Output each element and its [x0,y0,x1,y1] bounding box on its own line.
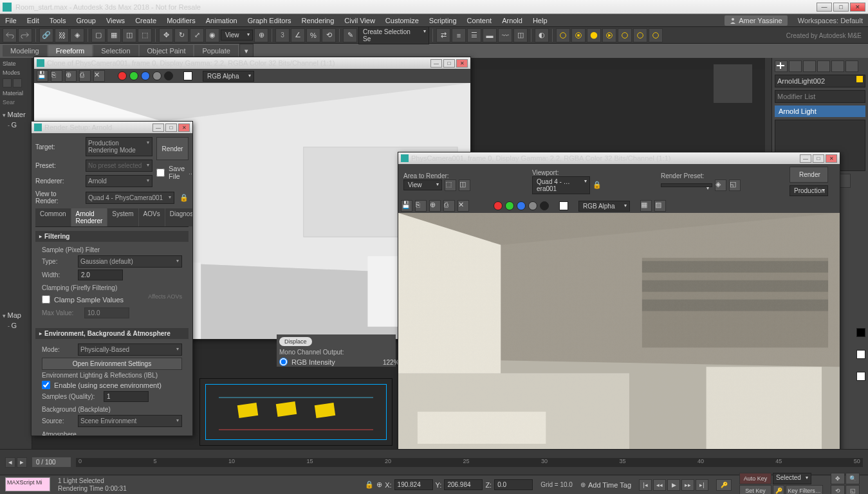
goto-end-button[interactable]: ▸| [696,479,708,491]
rfb1-green-channel[interactable] [129,71,138,80]
rfb2-channel-dropdown[interactable]: RGB Alpha [578,201,630,212]
modifier-stack-item[interactable]: Arnold Light [775,105,865,117]
rfb2-minimize[interactable]: — [800,154,811,163]
menu-civilview[interactable]: Civil View [344,17,374,24]
tab-diagnostics[interactable]: Diagnostics [165,208,192,226]
filter-type-dropdown[interactable]: Gaussian (default) [78,255,182,268]
add-timetag[interactable]: ⊕ Add Time Tag [580,481,631,489]
color-swatch[interactable] [856,76,863,82]
lock-viewport-icon[interactable]: 🔒 [593,181,602,189]
rfb2-copy-button[interactable]: ⎘ [415,200,427,212]
key-mode-button[interactable]: 🔑 [716,479,732,491]
spinner-snap-button[interactable]: ⟲ [322,28,336,42]
rfb1-close[interactable]: ✕ [456,59,468,68]
rfb1-minimize[interactable]: — [430,59,442,68]
rfb1-titlebar[interactable]: Clone of PhysCamera001, frame 0, Display… [34,57,470,69]
region-button[interactable]: ⬚ [445,179,456,191]
goto-start-button[interactable]: |◂ [639,479,652,491]
preset-dropdown[interactable]: No preset selected [86,160,152,172]
rfb2-render-viewport[interactable] [398,213,840,453]
rs-minimize[interactable]: — [152,124,164,132]
create-tab[interactable] [775,60,788,72]
rfb2-toggle1[interactable]: ▦ [640,200,652,212]
ref-coord-dropdown[interactable]: View [221,30,253,41]
rfb2-maximize[interactable]: □ [813,154,824,163]
rgb-intensity-radio[interactable] [279,358,288,366]
unlink-button[interactable]: ⛓ [55,28,69,42]
utilities-tab[interactable] [845,60,858,72]
modifier-list-dropdown[interactable]: Modifier List [775,90,865,103]
lock-coords-icon[interactable]: 🔒 [365,480,374,489]
lock-icon[interactable]: 🔒 [180,194,189,202]
snap-button[interactable]: 3 [275,28,290,42]
render-iterative-button[interactable] [618,28,632,42]
open-env-button[interactable]: Open Environment Settings [42,358,182,370]
rfb1-mono-channel[interactable] [164,71,173,80]
maximize-button[interactable]: □ [833,3,849,12]
close-button[interactable]: ✕ [850,3,865,12]
rfb1-copy-button[interactable]: ⎘ [51,70,62,82]
swatch-white[interactable] [856,350,865,359]
menu-edit[interactable]: Edit [27,17,39,24]
render-setup-button[interactable] [556,28,570,42]
g-header[interactable]: - G [3,121,29,129]
viewport-dropdown[interactable]: Quad 4 - …era001 [532,176,590,194]
y-coord-field[interactable] [444,479,483,490]
menu-arnold[interactable]: Arnold [502,17,522,24]
slate-tool2[interactable] [13,78,22,87]
samples-field[interactable] [104,391,149,402]
modify-tab[interactable] [789,60,802,72]
bottom-viewport[interactable] [199,378,392,446]
displace-button[interactable]: Displace [279,337,312,346]
nav-orbit-button[interactable]: ⟲ [831,485,845,494]
ribbon-populate[interactable]: Populate [194,45,237,57]
swatch-black[interactable] [856,328,865,337]
rfb2-alpha-channel[interactable] [528,201,537,210]
slate-tool1[interactable] [3,78,12,87]
menu-help[interactable]: Help [533,17,548,24]
rfb2-red-channel[interactable] [494,201,503,210]
prev-frame-button[interactable]: ◂◂ [653,479,666,491]
rfb2-green-channel[interactable] [505,201,514,210]
user-chip[interactable]: Amer Yassine [725,15,787,26]
rfb2-bg-swatch[interactable] [559,201,568,210]
env-header[interactable]: Environment, Background & Atmosphere [35,328,189,339]
rfb2-print-button[interactable]: ⎙ [443,200,455,212]
rfb1-maximize[interactable]: □ [443,59,455,68]
time-slider[interactable]: 0 5 10 15 20 25 30 35 40 45 50 [76,458,863,467]
selection-set-dropdown[interactable]: Create Selection Se [358,26,429,44]
rfb2-mono-channel[interactable] [540,201,549,210]
layer-button[interactable]: ☰ [467,28,481,42]
render-last-button[interactable] [602,28,616,42]
select-name-button[interactable]: ▦ [107,28,121,42]
ribbon-modeling[interactable]: Modeling [3,45,47,57]
material-editor-button[interactable]: ◐ [535,28,549,42]
mirror-button[interactable]: ⇄ [436,28,450,42]
preset-dropdown[interactable] [661,183,712,187]
keyfilters-button[interactable]: Key Filters… [786,485,823,494]
mater-header[interactable]: ▾ Mater [3,111,29,118]
rfb2-titlebar[interactable]: PhysCamera001, frame 0, Display Gamma: 2… [398,152,840,164]
x-coord-field[interactable] [394,479,433,490]
angle-snap-button[interactable]: ∠ [291,28,305,42]
bg-source-dropdown[interactable]: Scene Environment [78,415,182,427]
rfb2-toggle2[interactable]: ▨ [654,200,666,212]
timeline-btn1[interactable]: ◂ [5,457,15,468]
key-icon-button[interactable]: 🔑 [773,485,784,494]
timeline-btn2[interactable]: ▸ [17,457,27,468]
object-name-field[interactable]: ArnoldLight002 [775,75,865,87]
rfb2-clone-button[interactable]: ⊕ [429,200,441,212]
play-button[interactable]: ▶ [667,479,680,491]
toggle-ribbon-button[interactable]: ▬ [483,28,497,42]
next-frame-button[interactable]: ▸▸ [681,479,694,491]
menu-tools[interactable]: Tools [50,17,66,24]
tab-common[interactable]: Common [35,208,71,226]
render-output-button[interactable] [649,28,663,42]
percent-snap-button[interactable]: % [306,28,320,42]
curve-editor-button[interactable]: 〰 [498,28,512,42]
ribbon-expand-icon[interactable]: ▾ [239,44,254,58]
menu-scripting[interactable]: Scripting [429,17,457,24]
scale-button[interactable]: ⤢ [190,28,204,42]
preset-tool2[interactable]: ◱ [729,179,741,191]
tab-aovs[interactable]: AOVs [139,208,165,226]
